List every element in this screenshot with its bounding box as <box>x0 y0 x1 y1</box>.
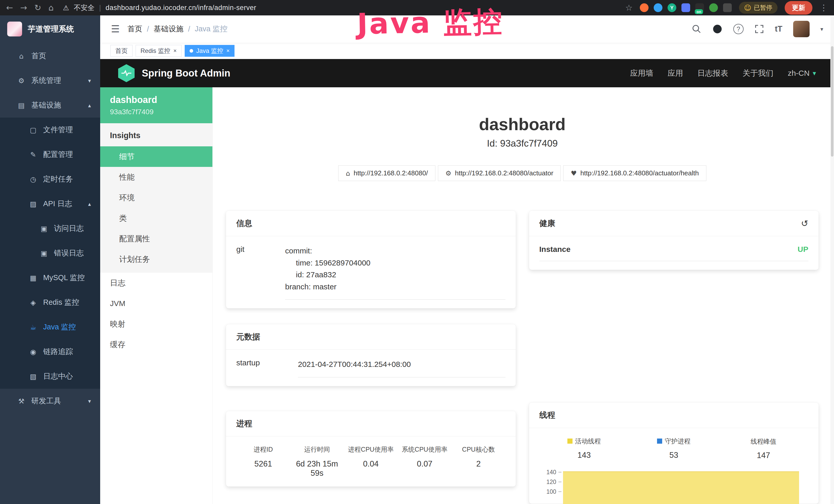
bookmark-star-icon[interactable]: ☆ <box>625 3 633 13</box>
sidebar-item-system-management[interactable]: ⚙ 系统管理 ▾ <box>0 68 100 93</box>
reload-icon[interactable]: ↻ <box>35 3 41 13</box>
chevron-down-icon: ▾ <box>88 398 91 404</box>
sba-nav-journal[interactable]: 日志报表 <box>697 68 728 78</box>
github-icon[interactable] <box>712 24 723 34</box>
sba-logo-icon[interactable] <box>118 64 135 82</box>
extension-grid-icon[interactable] <box>681 3 690 12</box>
edit-icon: ✎ <box>28 151 38 159</box>
sidebar-item-api-logs[interactable]: ▨ API 日志 ▴ <box>0 191 100 216</box>
breadcrumb-home[interactable]: 首页 <box>127 24 142 34</box>
sba-nav-wall[interactable]: 应用墙 <box>630 68 653 78</box>
process-col-pid: 进程ID 5261 <box>236 445 290 478</box>
sidebar-item-error-logs[interactable]: ▣ 错误日志 <box>0 241 100 266</box>
breadcrumb-infrastructure[interactable]: 基础设施 <box>154 24 183 34</box>
address-bar[interactable]: ⚠ 不安全 | dashboard.yudao.iocoder.cn/infra… <box>63 3 618 12</box>
profile-chip[interactable]: ☺ 已暂停 <box>739 2 777 14</box>
close-icon[interactable]: × <box>226 47 229 54</box>
legend-label: 线程峰值 <box>750 437 776 446</box>
sba-item-details[interactable]: 细节 <box>100 146 213 167</box>
sba-item-configprops[interactable]: 配置属性 <box>100 229 213 249</box>
cards-right-column: 健康 ↺ Instance UP <box>529 211 819 504</box>
service-url-link[interactable]: ⌂ http://192.168.0.2:48080/ <box>338 165 435 181</box>
sidebar-item-access-logs[interactable]: ▣ 访问日志 <box>0 216 100 241</box>
extension-leaf-icon[interactable] <box>709 3 718 12</box>
sba-language-select[interactable]: zh-CN ▾ <box>788 69 816 77</box>
sba-item-classes[interactable]: 类 <box>100 208 213 229</box>
sba-item-environment[interactable]: 环境 <box>100 187 213 208</box>
insights-group: Insights 细节 性能 环境 类 配置属性 计划任务 <box>100 123 213 273</box>
close-icon[interactable]: × <box>173 47 177 54</box>
cell-value: 6d 23h 15m 59s <box>290 459 344 478</box>
instance-name: dashboard <box>110 94 203 105</box>
extension-orange-icon[interactable] <box>640 3 649 12</box>
update-button[interactable]: 更新 <box>785 1 812 15</box>
history-icon[interactable]: ↺ <box>801 218 809 229</box>
font-size-icon[interactable]: tT <box>775 24 782 33</box>
threads-card-body: 活动线程 143 守护进程 <box>529 428 819 504</box>
info-card-body: git commit: time: 1596289704000 id: 27aa… <box>226 236 516 308</box>
sidebar-item-infrastructure[interactable]: ▤ 基础设施 ▴ <box>0 93 100 118</box>
fullscreen-icon[interactable] <box>754 24 764 34</box>
extension-puzzle-icon[interactable] <box>723 3 732 12</box>
sidebar-item-trace[interactable]: ◉ 链路追踪 <box>0 339 100 364</box>
sba-nav-applications[interactable]: 应用 <box>667 68 683 78</box>
help-icon[interactable]: ? <box>733 24 744 34</box>
sba-item-mappings[interactable]: 映射 <box>100 314 213 334</box>
sba-item-logs[interactable]: 日志 <box>100 273 213 293</box>
sidebar-item-mysql-monitor[interactable]: ▦ MySQL 监控 <box>0 266 100 290</box>
chrome-home-icon[interactable]: ⌂ <box>48 3 53 13</box>
sidebar-item-dev-tools[interactable]: ⚒ 研发工具 ▾ <box>0 389 100 413</box>
threads-card-header: 线程 <box>529 403 819 428</box>
info-key-git: git <box>236 245 285 300</box>
hamburger-icon[interactable]: ☰ <box>111 23 120 35</box>
forward-icon[interactable]: → <box>20 3 27 13</box>
legend-blue-swatch <box>657 438 662 444</box>
sidebar-item-scheduled-tasks[interactable]: ◷ 定时任务 <box>0 167 100 191</box>
scrollbar-thumb[interactable] <box>831 46 833 157</box>
sidebar-item-label: 错误日志 <box>54 248 84 258</box>
sidebar-item-log-center[interactable]: ▧ 日志中心 <box>0 364 100 389</box>
sidebar-item-home[interactable]: ⌂ 首页 <box>0 44 100 68</box>
tag-home[interactable]: 首页 <box>110 45 133 57</box>
search-icon[interactable] <box>692 24 701 34</box>
sidebar-item-redis-monitor[interactable]: ◈ Redis 监控 <box>0 290 100 315</box>
tag-java-monitor[interactable]: Java 监控 × <box>185 45 235 57</box>
health-instance-row[interactable]: Instance UP <box>540 245 809 261</box>
sidebar-item-file-management[interactable]: ▢ 文件管理 <box>0 118 100 142</box>
health-url-link[interactable]: ♥ http://192.168.0.2:48080/actuator/heal… <box>563 165 706 181</box>
sba-item-caches[interactable]: 缓存 <box>100 334 213 355</box>
sba-item-metrics[interactable]: 性能 <box>100 167 213 187</box>
url-text[interactable]: dashboard.yudao.iocoder.cn/infra/admin-s… <box>106 4 256 12</box>
instance-header[interactable]: dashboard 93a3fc7f7409 <box>100 87 213 123</box>
tag-label: Java 监控 <box>196 47 223 55</box>
extension-green-icon[interactable]: Y <box>667 3 676 12</box>
sidebar-item-label: 系统管理 <box>31 75 61 86</box>
browser-menu-icon[interactable]: ⋮ <box>820 3 828 13</box>
breadcrumb-current: Java 监控 <box>195 24 227 34</box>
user-avatar[interactable] <box>793 21 810 37</box>
app-logo-bar[interactable]: 芋道管理系统 <box>0 16 100 43</box>
legend-yellow-swatch <box>567 438 572 444</box>
scrollbar-track[interactable] <box>830 16 834 504</box>
sidebar-item-label: 研发工具 <box>31 396 61 406</box>
sba-nav-about[interactable]: 关于我们 <box>743 68 773 78</box>
sidebar-item-java-monitor[interactable]: ☕ Java 监控 <box>0 315 100 339</box>
cell-value: 0.07 <box>398 459 452 468</box>
sba-item-jvm[interactable]: JVM <box>100 293 213 314</box>
tick-mark <box>558 491 562 492</box>
actuator-url-link[interactable]: ⚙ http://192.168.0.2:48080/actuator <box>438 165 561 181</box>
heart-icon: ♥ <box>571 169 577 177</box>
tag-redis-monitor[interactable]: Redis 监控 × <box>136 45 182 57</box>
card-title: 健康 <box>540 218 555 229</box>
git-time-line: time: 1596289704000 <box>285 257 505 269</box>
extension-blue-icon[interactable] <box>654 3 662 12</box>
extension-on-icon[interactable]: on <box>695 3 704 12</box>
sidebar-item-config-management[interactable]: ✎ 配置管理 <box>0 142 100 167</box>
instance-links: ⌂ http://192.168.0.2:48080/ ⚙ http://192… <box>226 165 818 181</box>
sba-brand[interactable]: Spring Boot Admin <box>142 68 231 79</box>
process-card: 进程 进程ID 5261 运行时间 <box>226 411 516 486</box>
back-icon[interactable]: ← <box>6 3 13 13</box>
sba-item-scheduled-tasks[interactable]: 计划任务 <box>100 249 213 270</box>
avatar-caret-icon[interactable]: ▾ <box>820 26 823 32</box>
security-label[interactable]: 不安全 <box>74 3 94 12</box>
